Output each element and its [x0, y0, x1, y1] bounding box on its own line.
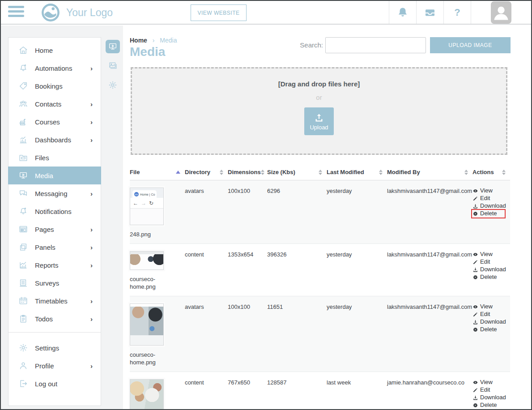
- notifications-bell-button[interactable]: [389, 1, 416, 24]
- file-thumbnail[interactable]: [130, 251, 164, 270]
- download-action-link[interactable]: Download: [472, 394, 506, 401]
- sidebar-item-files[interactable]: Files: [9, 149, 101, 167]
- sort-arrows-icon[interactable]: [261, 170, 264, 175]
- header-actions: ?: [389, 1, 531, 24]
- column-label[interactable]: Last Modified: [327, 169, 364, 175]
- column-header-directory[interactable]: Directory: [185, 169, 228, 175]
- cell-file: courseco-home.png: [130, 244, 185, 296]
- user-avatar-button[interactable]: [471, 1, 531, 24]
- sidebar-item-automations[interactable]: Automations›: [9, 59, 101, 77]
- delete-action-link[interactable]: Delete: [472, 274, 506, 280]
- column-label[interactable]: Size (Kbs): [267, 169, 295, 175]
- sidebar-item-panels[interactable]: Panels›: [9, 238, 101, 256]
- view-website-button[interactable]: VIEW WEBSITE: [191, 4, 247, 21]
- hamburger-menu-icon[interactable]: [8, 6, 24, 19]
- search-label: Search:: [281, 41, 323, 49]
- download-icon: [472, 319, 478, 325]
- sidebar-item-notifications[interactable]: Notifications: [9, 202, 101, 220]
- file-thumbnail[interactable]: [130, 303, 164, 346]
- view-action-link[interactable]: View: [472, 303, 506, 310]
- cell-actions: ViewEditDownloadDelete: [472, 180, 510, 243]
- view-action-link[interactable]: View: [472, 379, 506, 385]
- top-header: Your Logo VIEW WEBSITE ?: [1, 1, 531, 25]
- sidebar-item-log-out[interactable]: Log out: [9, 375, 101, 393]
- column-label[interactable]: Actions: [472, 169, 494, 175]
- sidebar-item-reports[interactable]: Reports›: [9, 256, 101, 274]
- sidebar-item-messaging[interactable]: Messaging›: [9, 184, 101, 202]
- inbox-button[interactable]: [416, 1, 443, 24]
- courses-icon: [18, 117, 28, 127]
- table-row: coHome | Co←→↻248.pngavatars100x1006296y…: [130, 180, 510, 244]
- sidebar-item-home[interactable]: Home: [9, 41, 101, 59]
- sidebar-item-timetables[interactable]: Timetables›: [9, 292, 101, 310]
- help-button[interactable]: ?: [443, 1, 471, 24]
- action-label: View: [480, 251, 493, 257]
- cell-directory: avatars: [185, 180, 228, 243]
- sort-arrows-icon[interactable]: [319, 170, 322, 175]
- sidebar-item-media[interactable]: Media: [8, 167, 101, 184]
- delete-action-link[interactable]: Delete: [472, 210, 497, 217]
- column-header-size-kbs-[interactable]: Size (Kbs): [267, 169, 327, 175]
- sidebar-item-label: Timetables: [35, 297, 90, 305]
- file-thumbnail[interactable]: [130, 379, 164, 410]
- cell-dimensions: 100x100: [228, 296, 267, 372]
- sidebar-item-label: Courses: [35, 118, 90, 126]
- sidebar-item-label: Profile: [35, 362, 90, 370]
- search-input[interactable]: [325, 37, 426, 53]
- rail-item-images-icon[interactable]: [106, 59, 120, 73]
- upload-button[interactable]: Upload: [304, 107, 334, 135]
- rail-item-gear-icon[interactable]: [106, 78, 120, 92]
- media-icon: [18, 171, 28, 180]
- column-header-actions[interactable]: Actions: [472, 169, 510, 175]
- column-label[interactable]: Dimensions: [228, 169, 261, 175]
- sidebar-item-label: Surveys: [35, 279, 94, 287]
- column-header-file[interactable]: File: [130, 169, 185, 175]
- sort-arrows-icon[interactable]: [379, 170, 383, 175]
- sort-asc-icon[interactable]: [176, 171, 180, 174]
- column-label[interactable]: File: [130, 169, 140, 175]
- view-action-link[interactable]: View: [472, 188, 506, 194]
- breadcrumb-home-link[interactable]: Home: [130, 37, 147, 44]
- upload-image-button[interactable]: UPLOAD IMAGE: [430, 37, 511, 53]
- sidebar-item-courses[interactable]: Courses›: [9, 113, 101, 131]
- sidebar-item-todos[interactable]: Todos›: [9, 310, 101, 328]
- edit-action-link[interactable]: Edit: [472, 311, 506, 317]
- logo[interactable]: Your Logo: [40, 2, 113, 23]
- sidebar-item-settings[interactable]: Settings: [9, 339, 101, 357]
- column-header-modified-by[interactable]: Modified By: [387, 169, 472, 175]
- sort-arrows-icon[interactable]: [502, 170, 506, 175]
- delete-action-link[interactable]: Delete: [472, 326, 506, 333]
- sidebar-item-label: Files: [35, 154, 94, 162]
- eye-icon: [472, 251, 478, 257]
- pages-icon: [18, 224, 28, 234]
- sidebar-item-surveys[interactable]: Surveys: [9, 274, 101, 292]
- sidebar-item-bookings[interactable]: Bookings: [9, 77, 101, 95]
- cell-last-modified: last week: [327, 372, 387, 410]
- sidebar-item-dashboards[interactable]: Dashboards›: [9, 131, 101, 149]
- column-label[interactable]: Modified By: [387, 169, 420, 175]
- table-row: courseco-home.pngcontent1353x654396326ye…: [130, 244, 510, 296]
- chevron-right-icon: ›: [90, 190, 94, 197]
- download-icon: [472, 266, 478, 273]
- edit-action-link[interactable]: Edit: [472, 387, 506, 393]
- download-action-link[interactable]: Download: [472, 319, 506, 325]
- view-action-link[interactable]: View: [472, 251, 506, 257]
- sort-arrows-icon[interactable]: [464, 170, 468, 175]
- edit-action-link[interactable]: Edit: [472, 195, 506, 201]
- download-action-link[interactable]: Download: [472, 203, 506, 209]
- rail-item-media-icon[interactable]: [106, 40, 120, 53]
- sidebar-item-contacts[interactable]: Contacts›: [9, 95, 101, 113]
- file-thumbnail[interactable]: coHome | Co←→↻: [130, 188, 164, 225]
- sidebar-item-profile[interactable]: Profile›: [9, 357, 101, 375]
- download-action-link[interactable]: Download: [472, 266, 506, 273]
- edit-action-link[interactable]: Edit: [472, 259, 506, 265]
- column-header-last-modified[interactable]: Last Modified: [327, 169, 387, 175]
- delete-action-link[interactable]: Delete: [472, 402, 506, 408]
- sidebar-item-pages[interactable]: Pages›: [9, 220, 101, 238]
- column-label[interactable]: Directory: [185, 169, 210, 175]
- sort-arrows-icon[interactable]: [220, 170, 223, 175]
- dashboards-icon: [18, 135, 28, 145]
- column-header-dimensions[interactable]: Dimensions: [228, 169, 267, 175]
- chevron-right-icon: ›: [90, 226, 94, 233]
- drag-drop-zone[interactable]: [Drag and drop files here] or Upload: [131, 67, 507, 155]
